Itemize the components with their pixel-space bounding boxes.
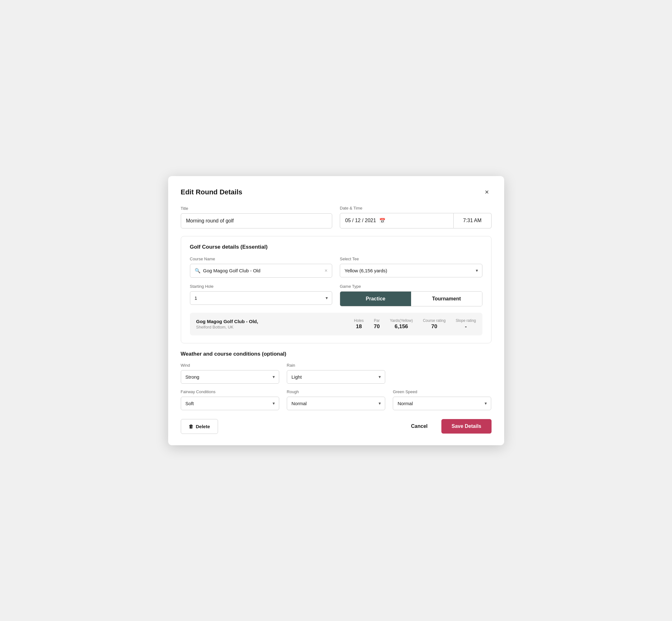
- calendar-icon: 📅: [379, 218, 385, 224]
- select-tee-wrapper: Yellow (6,156 yards) ▾: [340, 264, 482, 277]
- date-value: 05 / 12 / 2021: [345, 218, 376, 223]
- starting-hole-group: Starting Hole 1 ▾: [190, 284, 333, 306]
- close-button[interactable]: ×: [482, 188, 492, 197]
- fairway-dropdown[interactable]: Soft: [181, 397, 279, 410]
- holes-label: Holes: [354, 318, 364, 323]
- footer-row: 🗑 Delete Cancel Save Details: [181, 419, 492, 434]
- rain-label: Rain: [287, 363, 385, 368]
- weather-section: Weather and course conditions (optional)…: [181, 351, 492, 410]
- course-rating-label: Course rating: [423, 318, 446, 323]
- fairway-group: Fairway Conditions Soft ▾: [181, 389, 279, 410]
- date-input[interactable]: 05 / 12 / 2021 📅: [340, 213, 454, 229]
- time-input[interactable]: 7:31 AM: [454, 213, 492, 229]
- modal-title: Edit Round Details: [181, 188, 243, 196]
- golf-course-title: Golf Course details (Essential): [190, 244, 482, 250]
- wind-rain-row: Wind Strong ▾ Rain Light ▾: [181, 363, 492, 384]
- yards-stat: Yards(Yellow) 6,156: [390, 318, 413, 330]
- course-name-input[interactable]: [203, 268, 322, 273]
- course-location: Shelford Bottom, UK: [196, 325, 344, 329]
- search-icon: 🔍: [195, 268, 201, 274]
- clear-icon[interactable]: ×: [325, 268, 328, 274]
- footer-right: Cancel Save Details: [405, 419, 492, 433]
- fairway-label: Fairway Conditions: [181, 389, 279, 394]
- course-search-wrapper[interactable]: 🔍 ×: [190, 264, 333, 278]
- save-button[interactable]: Save Details: [442, 419, 491, 433]
- par-value: 70: [374, 323, 380, 330]
- rough-wrapper: Normal ▾: [287, 397, 385, 410]
- starting-hole-dropdown[interactable]: 1: [190, 291, 333, 305]
- datetime-label: Date & Time: [340, 206, 492, 210]
- fairway-wrapper: Soft ▾: [181, 397, 279, 410]
- starting-hole-label: Starting Hole: [190, 284, 333, 289]
- rain-group: Rain Light ▾: [287, 363, 385, 384]
- rain-wrapper: Light ▾: [287, 370, 385, 384]
- course-rating-stat: Course rating 70: [423, 318, 446, 330]
- delete-label: Delete: [196, 424, 210, 429]
- course-name-block: Gog Magog Golf Club - Old, Shelford Bott…: [196, 319, 344, 329]
- slope-rating-stat: Slope rating -: [456, 318, 476, 330]
- select-tee-label: Select Tee: [340, 256, 482, 261]
- green-dropdown[interactable]: Normal: [393, 397, 491, 410]
- weather-title: Weather and course conditions (optional): [181, 351, 492, 357]
- game-type-group: Game Type Practice Tournament: [340, 284, 482, 306]
- rough-group: Rough Normal ▾: [287, 389, 385, 410]
- datetime-wrapper: 05 / 12 / 2021 📅 7:31 AM: [340, 213, 492, 229]
- wind-label: Wind: [181, 363, 279, 368]
- cancel-button[interactable]: Cancel: [405, 419, 434, 433]
- course-name-label: Course Name: [190, 256, 333, 261]
- wind-dropdown[interactable]: Strong: [181, 370, 279, 384]
- course-name-main: Gog Magog Golf Club - Old,: [196, 319, 344, 324]
- delete-button[interactable]: 🗑 Delete: [181, 419, 218, 434]
- title-input[interactable]: [181, 213, 333, 229]
- rough-dropdown[interactable]: Normal: [287, 397, 385, 410]
- game-type-toggle: Practice Tournament: [340, 291, 482, 306]
- green-group: Green Speed Normal ▾: [393, 389, 491, 410]
- fairway-rough-green-row: Fairway Conditions Soft ▾ Rough Normal ▾: [181, 389, 492, 410]
- datetime-field-group: Date & Time 05 / 12 / 2021 📅 7:31 AM: [340, 206, 492, 229]
- course-name-tee-row: Course Name 🔍 × Select Tee Yellow (6,156…: [190, 256, 482, 278]
- trash-icon: 🗑: [189, 424, 194, 429]
- holes-stat: Holes 18: [354, 318, 364, 330]
- rough-label: Rough: [287, 389, 385, 394]
- top-row: Title Date & Time 05 / 12 / 2021 📅 7:31 …: [181, 206, 492, 229]
- par-label: Par: [374, 318, 380, 323]
- wind-wrapper: Strong ▾: [181, 370, 279, 384]
- game-type-label: Game Type: [340, 284, 482, 289]
- starting-hole-wrapper: 1 ▾: [190, 291, 333, 305]
- par-stat: Par 70: [374, 318, 380, 330]
- course-info-row: Gog Magog Golf Club - Old, Shelford Bott…: [190, 313, 482, 335]
- holes-value: 18: [356, 323, 362, 330]
- title-label: Title: [181, 206, 333, 211]
- modal-header: Edit Round Details ×: [181, 188, 492, 197]
- edit-round-modal: Edit Round Details × Title Date & Time 0…: [168, 176, 504, 445]
- hole-gametype-row: Starting Hole 1 ▾ Game Type Practice Tou…: [190, 284, 482, 306]
- course-rating-value: 70: [431, 323, 437, 330]
- title-field-group: Title: [181, 206, 333, 229]
- golf-course-section: Golf Course details (Essential) Course N…: [181, 236, 492, 343]
- green-label: Green Speed: [393, 389, 491, 394]
- slope-rating-value: -: [465, 323, 467, 330]
- wind-group: Wind Strong ▾: [181, 363, 279, 384]
- tournament-button[interactable]: Tournament: [411, 292, 482, 306]
- green-wrapper: Normal ▾: [393, 397, 491, 410]
- select-tee-dropdown[interactable]: Yellow (6,156 yards): [340, 264, 482, 277]
- time-value: 7:31 AM: [463, 218, 482, 223]
- yards-value: 6,156: [395, 323, 408, 330]
- course-name-group: Course Name 🔍 ×: [190, 256, 333, 278]
- rain-dropdown[interactable]: Light: [287, 370, 385, 384]
- slope-rating-label: Slope rating: [456, 318, 476, 323]
- yards-label: Yards(Yellow): [390, 318, 413, 323]
- select-tee-group: Select Tee Yellow (6,156 yards) ▾: [340, 256, 482, 278]
- practice-button[interactable]: Practice: [340, 292, 411, 306]
